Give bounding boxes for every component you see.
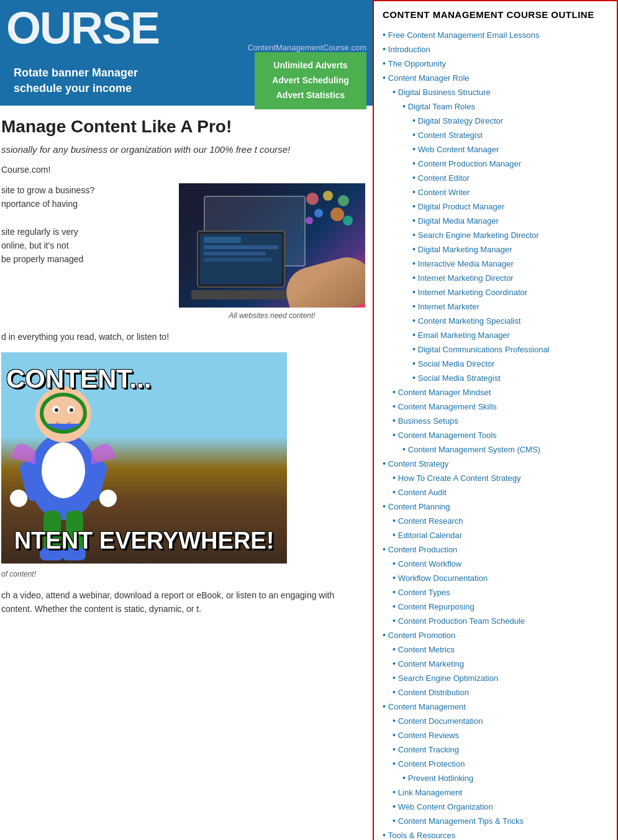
- outline-link[interactable]: Content Strategy: [388, 459, 449, 468]
- list-item: Social Media Strategist: [412, 372, 608, 385]
- outline-link-digital-strategy[interactable]: Digital Strategy Director: [418, 116, 503, 126]
- outline-link[interactable]: Social Media Strategist: [418, 373, 501, 383]
- list-item: Tools & Resources Content Management Tro…: [383, 829, 608, 841]
- outline-link[interactable]: Content Reviews: [398, 731, 459, 740]
- list-item: Digital Marketing Manager: [412, 243, 608, 256]
- outline-link[interactable]: Link Management: [398, 788, 462, 797]
- svg-point-21: [70, 408, 73, 412]
- list-item: Search Engine Marketing Director: [412, 229, 608, 242]
- outline-link[interactable]: Digital Product Manager: [418, 202, 504, 211]
- outline-link[interactable]: Content Distribution: [398, 688, 469, 697]
- list-item: Content Workflow: [393, 557, 608, 570]
- outline-link[interactable]: Content Promotion: [388, 631, 455, 640]
- outline-link[interactable]: Content Management System (CMS): [408, 445, 540, 454]
- outline-sublist: Content Workflow Workflow Documentation …: [383, 557, 608, 628]
- outline-link[interactable]: Digital Communications Professional: [418, 345, 550, 354]
- outline-link[interactable]: Content Repurposing: [398, 602, 475, 611]
- outline-link[interactable]: Content Writer: [418, 188, 470, 197]
- outline-link[interactable]: Editorial Calendar: [398, 531, 462, 540]
- ad-banner-right[interactable]: Unlimited Adverts Advert Scheduling Adve…: [255, 52, 366, 109]
- body-text-3: site regularly is very: [1, 225, 169, 239]
- outline-link[interactable]: Search Engine Optimization: [398, 673, 498, 683]
- outline-link[interactable]: Content Editor: [418, 173, 470, 183]
- ad-banner[interactable]: Rotate banner Manager schedule your inco…: [0, 56, 373, 106]
- image-caption: All websites need content!: [179, 311, 365, 320]
- content-body-text: d in everything you read, watch, or list…: [1, 330, 365, 344]
- outline-link-content-tracking[interactable]: Content Tracking: [398, 745, 459, 754]
- list-item: Content Distribution: [393, 686, 608, 699]
- outline-link[interactable]: Content Metrics: [398, 645, 455, 654]
- outline-link[interactable]: Content Production: [388, 545, 457, 554]
- body-text-1: site to grow a business?: [1, 183, 169, 197]
- outline-link[interactable]: Tools & Resources: [388, 831, 455, 840]
- outline-link[interactable]: Internet Marketing Coordinator: [418, 288, 527, 297]
- list-item: Interactive Media Manager: [412, 257, 608, 270]
- page-headline: Manage Content Like A Pro!: [1, 117, 365, 137]
- outline-link-content-research[interactable]: Content Research: [398, 516, 463, 526]
- outline-link[interactable]: Content Audit: [398, 488, 447, 497]
- site-logo: OURSE: [6, 6, 159, 50]
- outline-link[interactable]: Digital Business Structure: [398, 88, 491, 97]
- list-item: Content Audit: [393, 486, 608, 499]
- outline-link[interactable]: Content Strategist: [418, 130, 483, 140]
- outline-sublist: Content Research Editorial Calendar: [383, 514, 608, 542]
- outline-link[interactable]: Content Management Skills: [398, 402, 497, 411]
- outline-link[interactable]: Interactive Media Manager: [418, 259, 514, 268]
- outline-link[interactable]: Content Protection: [398, 759, 465, 769]
- outline-link[interactable]: Internet Marketer: [418, 302, 479, 311]
- outline-link-how-to-create[interactable]: How To Create A Content Strategy: [398, 473, 521, 483]
- outline-sublist: Content Metrics Content Marketing Search…: [383, 643, 608, 699]
- outline-link[interactable]: Web Content Manager: [418, 145, 499, 154]
- outline-link[interactable]: Content Workflow: [398, 559, 461, 568]
- list-item: Content Production Content Workflow Work…: [383, 543, 608, 628]
- outline-link[interactable]: Introduction: [388, 45, 430, 54]
- list-item: Web Content Manager: [412, 143, 608, 156]
- outline-link[interactable]: Content Manager Mindset: [398, 388, 491, 397]
- outline-link[interactable]: The Opportunity: [388, 59, 446, 68]
- outline-link[interactable]: Content Manager Role: [388, 73, 470, 83]
- outline-link[interactable]: Content Management: [388, 702, 466, 711]
- list-item: Content Manager Mindset: [393, 386, 608, 399]
- svg-point-5: [306, 217, 313, 224]
- list-item: Internet Marketing Coordinator: [412, 286, 608, 299]
- list-item: Content Protection Prevent Hotlinking: [393, 757, 608, 785]
- outline-link[interactable]: Content Planning: [388, 502, 450, 511]
- outline-link-workflow-doc[interactable]: Workflow Documentation: [398, 573, 488, 583]
- outline-list: Free Content Management Email Lessons In…: [383, 29, 608, 841]
- list-item: Digital Communications Professional: [412, 343, 608, 356]
- outline-link[interactable]: Digital Team Roles: [408, 102, 475, 111]
- ad-banner-left[interactable]: Rotate banner Manager schedule your inco…: [6, 60, 255, 101]
- course-outline-sidebar: CONTENT MANAGEMENT COURSE OUTLINE Free C…: [373, 0, 618, 840]
- list-item: Content Strategy How To Create A Content…: [383, 457, 608, 499]
- outline-link[interactable]: Social Media Director: [418, 359, 495, 368]
- closing-text: ch a video, attend a webinar, download a…: [1, 588, 365, 616]
- svg-point-2: [338, 195, 349, 206]
- outline-link[interactable]: Email Marketing Manager: [418, 331, 510, 340]
- outline-link[interactable]: Digital Media Manager: [418, 216, 499, 226]
- outline-link[interactable]: Content Documentation: [398, 716, 483, 726]
- outline-link[interactable]: Content Marketing: [398, 659, 464, 669]
- outline-link[interactable]: Internet Marketing Director: [418, 273, 514, 283]
- outline-link-content-marketing-specialist[interactable]: Content Marketing Specialist: [418, 316, 520, 326]
- outline-link[interactable]: Digital Marketing Manager: [418, 245, 512, 254]
- outline-link[interactable]: Search Engine Marketing Director: [418, 231, 539, 240]
- outline-link[interactable]: Content Types: [398, 588, 450, 597]
- outline-link[interactable]: Free Content Management Email Lessons: [388, 30, 540, 40]
- outline-link[interactable]: Content Production Team Schedule: [398, 616, 525, 626]
- list-item: Content Editor: [412, 171, 608, 185]
- outline-link[interactable]: Content Management Tips & Tricks: [398, 816, 524, 826]
- svg-point-15: [42, 442, 85, 498]
- outline-link[interactable]: Content Production Manager: [418, 159, 521, 168]
- outline-link[interactable]: Business Setups: [398, 416, 458, 426]
- outline-link[interactable]: Content Management Tools: [398, 431, 497, 440]
- list-item: Content Metrics: [393, 643, 608, 656]
- list-item: Digital Business Structure Digital Team …: [393, 86, 608, 385]
- list-item: Digital Team Roles Digital Strategy Dire…: [402, 100, 608, 385]
- list-item: Editorial Calendar: [393, 529, 608, 542]
- outline-link[interactable]: Prevent Hotlinking: [408, 774, 474, 783]
- outline-title: CONTENT MANAGEMENT COURSE OUTLINE: [383, 9, 608, 21]
- outline-link[interactable]: Web Content Organization: [398, 802, 493, 811]
- outline-sublist-l3: Digital Team Roles Digital Strategy Dire…: [393, 100, 608, 385]
- outline-sublist: Content Documentation Content Reviews Co…: [383, 714, 608, 828]
- outline-sublist: Digital Business Structure Digital Team …: [383, 86, 608, 456]
